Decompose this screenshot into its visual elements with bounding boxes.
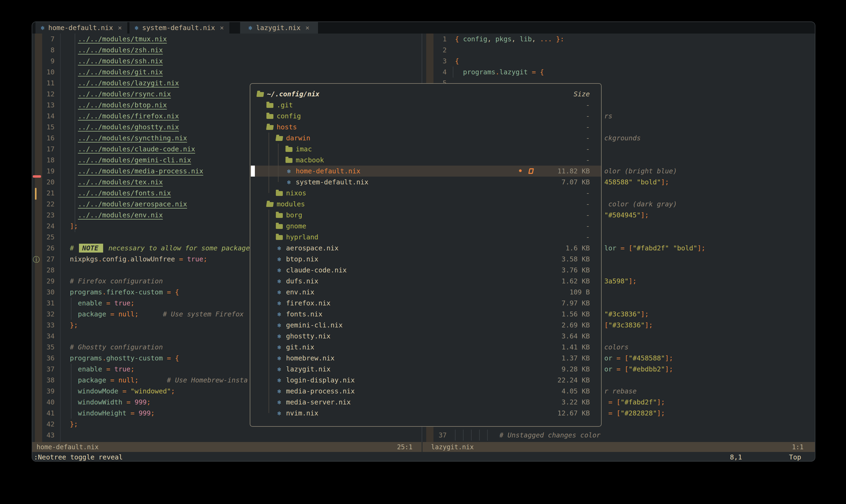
close-icon[interactable]: × xyxy=(305,24,309,32)
code-tail: or = ["#ebdbb2"]; xyxy=(604,364,673,375)
code-tail: olor (bright blue) xyxy=(604,166,677,177)
tree-row-aerospace.nix[interactable]: ❄aerospace.nix1.6 KB xyxy=(250,242,601,254)
code-line-9[interactable]: 9 ../../modules/ssh.nix xyxy=(32,56,422,67)
tree-row-lazygit.nix[interactable]: ❄lazygit.nix9.28 KB xyxy=(250,364,601,375)
command-line[interactable]: :Neotree toggle reveal 8,1 Top xyxy=(32,452,815,462)
tree-row-btop.nix[interactable]: ❄btop.nix3.58 KB xyxy=(250,254,601,265)
code-line-1[interactable]: 1{ config, pkgs, lib, ... }: xyxy=(426,34,815,44)
code-tail: 458588" "bold"]; xyxy=(604,177,669,187)
nix-snowflake-icon: ❄ xyxy=(276,410,283,417)
tree-item-name: hyprland xyxy=(286,233,318,241)
file-size: 1.37 KB xyxy=(542,354,601,362)
tree-root-path: ~/.config/nix xyxy=(267,90,320,98)
nix-snowflake-icon: ❄ xyxy=(276,300,283,307)
tree-row-firefox.nix[interactable]: ❄firefox.nix7.97 KB xyxy=(250,298,601,309)
code-text: ../../modules/btop.nix xyxy=(70,100,167,111)
code-line-4[interactable]: 4 programs.lazygit = { xyxy=(426,67,815,77)
tree-row-modules[interactable]: modules- xyxy=(250,199,601,210)
tree-row-imac[interactable]: imac- xyxy=(250,144,601,155)
tab-lazygit.nix[interactable]: ❄lazygit.nix× xyxy=(240,22,318,34)
line-number: 17 xyxy=(32,144,55,155)
file-size: 3.76 KB xyxy=(542,266,601,274)
code-tail: = ["#fabd2f"]; xyxy=(604,397,665,408)
tree-root-row[interactable]: ~/.config/nixSize xyxy=(250,89,601,100)
file-size: - xyxy=(542,123,601,131)
code-text: { config, pkgs, lib, ... }: xyxy=(455,34,564,44)
file-size: 7.07 KB xyxy=(542,178,601,186)
indent-guide xyxy=(487,430,488,441)
close-icon[interactable]: × xyxy=(118,24,122,32)
tree-item-name: fonts.nix xyxy=(286,310,322,318)
file-size: 11.82 KB xyxy=(542,167,601,175)
code-text: programs.lazygit = { xyxy=(455,67,544,77)
desktop: ❄home-default.nix×❄system-default.nix×❄l… xyxy=(0,0,846,504)
code-text: ]; xyxy=(70,221,78,232)
tab-label: system-default.nix xyxy=(142,24,215,32)
line-number: 39 xyxy=(32,386,55,397)
code-text: # Ghostty configuration xyxy=(70,342,163,353)
tree-row-fonts.nix[interactable]: ❄fonts.nix1.56 KB xyxy=(250,309,601,320)
code-text: ../../modules/gemini-cli.nix xyxy=(70,155,191,166)
line-number: 14 xyxy=(32,111,55,122)
folder-icon xyxy=(276,213,283,218)
folder-icon xyxy=(276,191,283,196)
close-icon[interactable]: × xyxy=(220,24,224,32)
code-text: package = null; # Use Homebrew-insta xyxy=(70,375,248,386)
tree-row-ghostty.nix[interactable]: ❄ghostty.nix3.64 KB xyxy=(250,331,601,342)
tree-row-login-display.nix[interactable]: ❄login-display.nix22.24 KB xyxy=(250,375,601,386)
code-line-8[interactable]: 8 ../../modules/zsh.nix xyxy=(32,44,422,56)
tree-row-media-process.nix[interactable]: ❄media-process.nix4.05 KB xyxy=(250,386,601,397)
code-line-3[interactable]: 3{ xyxy=(426,56,815,67)
code-text: ../../modules/tmux.nix xyxy=(70,34,167,44)
line-number: 20 xyxy=(32,177,55,187)
tree-item-name: borg xyxy=(286,211,302,219)
code-line-43[interactable]: 43 xyxy=(32,430,422,441)
tree-row-git.nix[interactable]: ❄git.nix1.41 KB xyxy=(250,342,601,353)
code-text: ../../modules/syncthing.nix xyxy=(70,132,187,144)
tree-row-claude-code.nix[interactable]: ❄claude-code.nix3.76 KB xyxy=(250,265,601,276)
code-tail: or = ["#458588"]; xyxy=(604,353,673,364)
line-number: 22 xyxy=(32,199,55,210)
code-line-7[interactable]: 7 ../../modules/tmux.nix xyxy=(32,34,422,44)
code-line-37[interactable]: 37 # Unstagged changes color xyxy=(426,430,815,441)
tree-row-darwin[interactable]: darwin- xyxy=(250,132,601,144)
tree-row-macbook[interactable]: macbook- xyxy=(250,155,601,166)
indent-guide xyxy=(453,67,453,77)
nix-snowflake-icon: ❄ xyxy=(276,333,283,340)
tree-row-gemini-cli.nix[interactable]: ❄gemini-cli.nix2.69 KB xyxy=(250,320,601,331)
nix-snowflake-icon: ❄ xyxy=(276,267,283,274)
tree-row-hosts[interactable]: hosts- xyxy=(250,122,601,132)
line-number: 29 xyxy=(32,276,55,287)
tree-row-dufs.nix[interactable]: ❄dufs.nix1.62 KB xyxy=(250,276,601,287)
code-line-10[interactable]: 10 ../../modules/git.nix xyxy=(32,67,422,77)
nix-snowflake-icon: ❄ xyxy=(286,179,292,186)
tree-item-name: .git xyxy=(277,101,293,109)
tab-home-default.nix[interactable]: ❄home-default.nix× xyxy=(35,22,127,34)
tree-row-gnome[interactable]: gnome- xyxy=(250,221,601,232)
tree-row-nixos[interactable]: nixos- xyxy=(250,187,601,199)
indent-guide xyxy=(71,364,71,419)
tree-row-hyprland[interactable]: hyprland- xyxy=(250,232,601,242)
code-text: ../../modules/firefox.nix xyxy=(70,111,179,122)
code-line-2[interactable]: 2 xyxy=(426,44,815,56)
tree-row-nvim.nix[interactable]: ❄nvim.nix12.67 KB xyxy=(250,408,601,419)
tree-row-system-default.nix[interactable]: ❄system-default.nix7.07 KB xyxy=(250,177,601,187)
tree-row-home-default.nix[interactable]: ❄home-default.nix11.82 KB• xyxy=(250,166,601,177)
tree-row-media-server.nix[interactable]: ❄media-server.nix3.22 KB xyxy=(250,397,601,408)
nix-snowflake-icon: ❄ xyxy=(276,278,283,285)
tab-system-default.nix[interactable]: ❄system-default.nix× xyxy=(130,22,229,34)
indent-guide xyxy=(75,34,75,232)
tree-row-borg[interactable]: borg- xyxy=(250,210,601,221)
file-size: 1.41 KB xyxy=(542,343,601,351)
tree-row-homebrew.nix[interactable]: ❄homebrew.nix1.37 KB xyxy=(250,353,601,364)
tree-item-name: git.nix xyxy=(286,343,314,351)
file-size: - xyxy=(542,101,601,109)
tree-row-config[interactable]: config- xyxy=(250,111,601,122)
tree-row-.git[interactable]: .git- xyxy=(250,100,601,111)
tree-row-env.nix[interactable]: ❄env.nix109 B xyxy=(250,287,601,298)
file-size: 3.58 KB xyxy=(542,255,601,263)
code-tail: colors xyxy=(604,342,628,353)
statusline-cursor-position: 25:1 xyxy=(397,443,413,451)
tree-item-name: modules xyxy=(277,200,305,208)
tree-item-name: system-default.nix xyxy=(296,178,368,186)
